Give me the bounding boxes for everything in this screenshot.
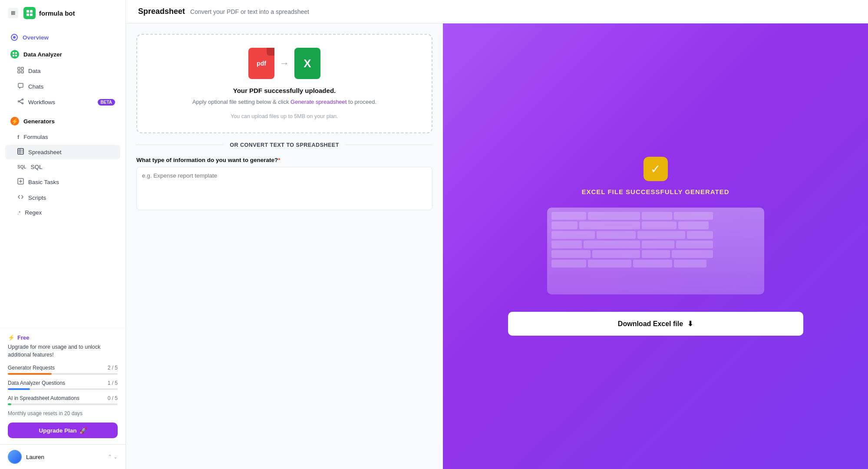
conversion-arrow-icon: →	[280, 58, 289, 69]
svg-rect-19	[18, 149, 23, 154]
usage-row-analyzer: Data Analyzer Questions 1 / 5	[8, 380, 118, 386]
page-title: Spreadsheet	[138, 7, 185, 16]
collapse-icon[interactable]: ⊞	[8, 8, 18, 18]
text-to-spreadsheet-input[interactable]	[136, 167, 432, 210]
chats-icon	[17, 83, 24, 90]
excel-cell	[642, 212, 672, 220]
upload-card: pdf → X Your PDF successfully uploaded. …	[136, 34, 432, 133]
generator-progress-fill	[8, 373, 52, 375]
generators-label: Generators	[23, 118, 55, 125]
svg-rect-1	[30, 10, 33, 13]
divider-or: OR CONVERT TEXT TO SPREADSHEET	[136, 142, 432, 148]
svg-line-18	[20, 102, 22, 103]
generator-count: 2 / 5	[108, 365, 118, 371]
excel-cell	[551, 250, 591, 258]
basic-tasks-icon	[17, 178, 24, 186]
svg-line-17	[20, 100, 22, 102]
sidebar-item-basic-tasks[interactable]: Basic Tasks	[5, 175, 120, 189]
svg-point-14	[18, 101, 20, 102]
user-section[interactable]: Lauren ⌃ ⌄	[0, 444, 125, 469]
excel-cell	[676, 241, 713, 248]
success-title: EXCEL FILE SUCCESSFULLY GENERATED	[582, 188, 729, 195]
svg-point-16	[22, 103, 23, 104]
excel-cell	[551, 231, 595, 239]
excel-cell	[642, 250, 670, 258]
excel-preview-inner	[547, 208, 764, 294]
spreadsheet-label: Spreadsheet	[28, 149, 62, 155]
sidebar-item-formulas[interactable]: f Formulas	[5, 130, 120, 144]
download-label: Download Excel file	[618, 320, 683, 328]
divider-text: OR CONVERT TEXT TO SPREADSHEET	[230, 142, 339, 148]
analyzer-progress-bg	[8, 388, 118, 390]
sidebar-item-overview[interactable]: Overview	[5, 30, 120, 45]
reset-text: Monthly usage resets in 20 days	[8, 410, 118, 416]
overview-label: Overview	[23, 34, 49, 41]
svg-rect-9	[15, 55, 17, 56]
excel-row-2	[551, 221, 760, 229]
excel-icon: X	[294, 48, 320, 79]
sidebar-item-workflows[interactable]: Workflows BETA	[5, 95, 120, 109]
sql-icon: SQL	[17, 165, 26, 169]
app-name: formula bot	[39, 10, 75, 17]
sidebar-item-sql[interactable]: SQL SQL	[5, 160, 120, 174]
upgrade-plan-button[interactable]: Upgrade Plan 🚀	[8, 423, 118, 438]
svg-rect-3	[30, 13, 33, 16]
svg-rect-0	[26, 10, 29, 13]
left-panel: pdf → X Your PDF successfully uploaded. …	[126, 23, 443, 469]
chats-label: Chats	[28, 83, 43, 90]
chevron-icon: ⌃ ⌄	[108, 454, 118, 460]
excel-cell	[674, 260, 706, 268]
plan-tier: Free	[17, 334, 29, 341]
sidebar: ⊞ formula bot Overview	[0, 0, 126, 469]
excel-row-6	[551, 260, 760, 268]
sidebar-item-chats[interactable]: Chats	[5, 79, 120, 94]
content-area: pdf → X Your PDF successfully uploaded. …	[126, 23, 868, 469]
usage-row-generator: Generator Requests 2 / 5	[8, 365, 118, 371]
rocket-icon: 🚀	[79, 427, 87, 434]
sidebar-item-regex[interactable]: .* Regex	[5, 206, 120, 219]
excel-cell	[633, 260, 672, 268]
file-limit-text: You can upload files up to 5MB on your p…	[148, 113, 421, 119]
excel-row-1	[551, 212, 760, 220]
generate-spreadsheet-link[interactable]: Generate spreadsheet	[290, 99, 347, 105]
svg-rect-12	[18, 71, 20, 73]
excel-cell	[642, 221, 677, 229]
spreadsheet-ai-count: 0 / 5	[108, 395, 118, 401]
data-analyzer-icon	[10, 50, 19, 59]
free-plan-section: ⚡ Free Upgrade for more usage and to unl…	[0, 328, 125, 444]
svg-rect-2	[26, 13, 29, 16]
excel-row-3	[551, 231, 760, 239]
excel-cell	[588, 260, 631, 268]
svg-rect-8	[13, 55, 14, 56]
excel-cell	[551, 212, 586, 220]
upload-success-text: Your PDF successfully uploaded.	[148, 87, 421, 94]
download-icon: ⬇	[687, 320, 693, 328]
svg-rect-7	[15, 52, 17, 54]
excel-cell	[637, 231, 685, 239]
main-content: Spreadsheet Convert your PDF or text int…	[126, 0, 868, 469]
avatar	[8, 450, 22, 464]
generator-progress-bg	[8, 373, 118, 375]
svg-rect-11	[21, 67, 23, 69]
pdf-to-excel-visual: pdf → X	[148, 48, 421, 79]
page-subtitle: Convert your PDF or text into a spreadsh…	[190, 8, 309, 15]
right-panel: ✓ EXCEL FILE SUCCESSFULLY GENERATED	[443, 23, 868, 469]
excel-preview-card	[547, 208, 764, 294]
data-analyzer-section: Data Analyzer	[5, 46, 120, 63]
excel-cell	[678, 221, 709, 229]
regex-icon: .*	[17, 210, 20, 215]
generators-icon: ⚡	[10, 117, 19, 126]
sidebar-item-data[interactable]: Data	[5, 63, 120, 78]
logo-icon	[23, 7, 36, 19]
data-icon	[17, 67, 24, 75]
logo-bar: ⊞ formula bot	[0, 0, 125, 26]
download-excel-button[interactable]: Download Excel file ⬇	[508, 312, 803, 336]
workflows-icon	[17, 98, 24, 106]
question-label-text: What type of information do you want to …	[136, 157, 278, 163]
sidebar-nav: Overview Data Analyzer	[0, 26, 125, 328]
analyzer-progress-fill	[8, 388, 30, 390]
question-label: What type of information do you want to …	[136, 157, 432, 163]
sidebar-item-scripts[interactable]: Scripts	[5, 190, 120, 205]
sidebar-item-spreadsheet[interactable]: Spreadsheet	[5, 145, 120, 159]
excel-cell	[579, 221, 640, 229]
